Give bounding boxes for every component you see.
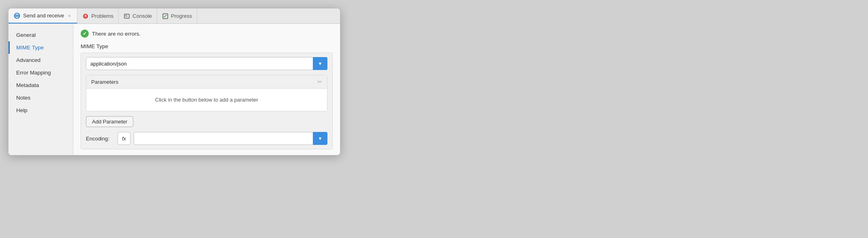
sidebar-item-error-mapping[interactable]: Error Mapping — [9, 66, 73, 79]
progress-icon — [162, 13, 169, 19]
problems-icon — [82, 13, 89, 19]
parameters-empty-text: Click in the button below to add a param… — [86, 89, 327, 111]
send-receive-icon — [13, 12, 21, 19]
sidebar-item-mime-type[interactable]: MIME Type — [9, 41, 73, 54]
section-label: MIME Type — [81, 43, 333, 49]
sidebar: General MIME Type Advanced Error Mapping… — [9, 24, 73, 155]
tab-problems[interactable]: Problems — [77, 8, 119, 23]
tab-console-label: Console — [133, 13, 152, 19]
tab-bar: Send and receive × Problems — [9, 8, 340, 24]
sidebar-item-advanced[interactable]: Advanced — [9, 54, 73, 66]
mime-type-select[interactable]: application/json application/xml text/pl… — [86, 57, 327, 70]
mime-type-panel: application/json application/xml text/pl… — [81, 53, 333, 149]
parameters-header: Parameters ✂ — [86, 75, 327, 89]
mime-type-select-wrapper: application/json application/xml text/pl… — [86, 57, 327, 70]
sidebar-item-help[interactable]: Help — [9, 104, 73, 117]
scissors-icon[interactable]: ✂ — [317, 79, 322, 85]
main-layout: General MIME Type Advanced Error Mapping… — [9, 24, 340, 155]
tab-progress[interactable]: Progress — [157, 8, 197, 23]
status-bar: There are no errors. — [81, 30, 333, 38]
fx-button[interactable]: fx — [118, 132, 130, 145]
encoding-select-wrapper: UTF-8 UTF-16 ISO-8859-1 — [134, 132, 327, 145]
tab-progress-label: Progress — [171, 13, 192, 19]
sidebar-item-general[interactable]: General — [9, 29, 73, 41]
sidebar-item-metadata[interactable]: Metadata — [9, 79, 73, 91]
content-area: There are no errors. MIME Type applicati… — [73, 24, 340, 155]
tab-problems-label: Problems — [91, 13, 113, 19]
encoding-dropdown-btn[interactable] — [313, 132, 327, 145]
mime-type-dropdown-btn[interactable] — [313, 57, 327, 70]
main-window: Send and receive × Problems — [8, 8, 340, 155]
sidebar-item-notes[interactable]: Notes — [9, 91, 73, 104]
add-parameter-button[interactable]: Add Parameter — [86, 116, 133, 127]
console-icon — [124, 13, 130, 19]
tab-console[interactable]: Console — [119, 8, 157, 23]
encoding-label: Encoding: — [86, 136, 114, 142]
status-text: There are no errors. — [92, 31, 141, 37]
tab-send-receive[interactable]: Send and receive × — [9, 8, 77, 23]
status-success-icon — [81, 30, 89, 38]
parameters-section: Parameters ✂ Click in the button below t… — [86, 75, 327, 111]
parameters-label: Parameters — [91, 79, 118, 85]
svg-rect-4 — [86, 15, 86, 17]
tab-send-receive-close[interactable]: × — [66, 13, 72, 19]
encoding-select[interactable]: UTF-8 UTF-16 ISO-8859-1 — [134, 132, 327, 145]
tab-send-receive-label: Send and receive — [23, 13, 64, 19]
encoding-row: Encoding: fx UTF-8 UTF-16 ISO-8859-1 — [86, 132, 327, 145]
